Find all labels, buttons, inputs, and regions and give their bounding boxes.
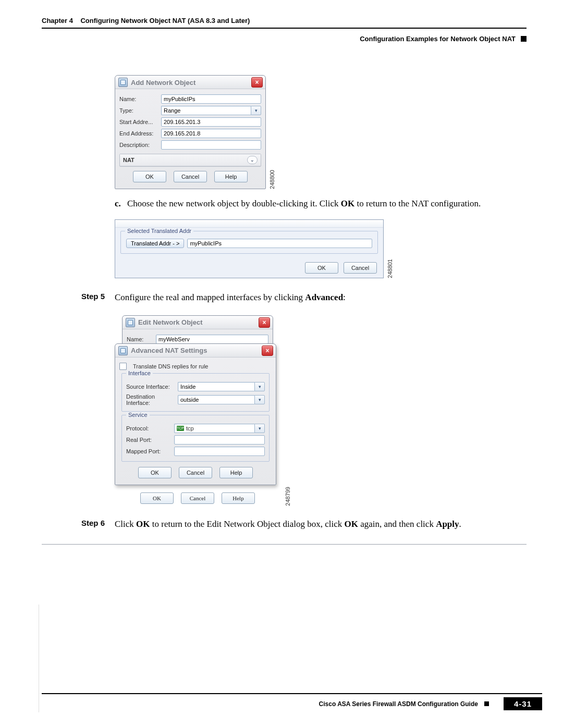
- step6-label: Step 6: [81, 519, 115, 527]
- description-field[interactable]: [161, 140, 261, 150]
- start-address-label: Start Addre...: [119, 119, 158, 125]
- section-marker-icon: [521, 36, 527, 42]
- chevron-down-icon[interactable]: ▾: [254, 395, 265, 404]
- close-icon[interactable]: ×: [262, 346, 273, 356]
- name-field[interactable]: [156, 335, 268, 344]
- section-title: Configuration Examples for Network Objec…: [360, 35, 516, 43]
- destination-interface-value[interactable]: [178, 395, 254, 404]
- cancel-button[interactable]: Cancel: [181, 492, 214, 504]
- destination-interface-label: Destination Interface:: [126, 393, 175, 406]
- chevron-down-icon[interactable]: ▾: [251, 106, 261, 115]
- help-button[interactable]: Help: [219, 467, 253, 478]
- window-icon: [118, 346, 128, 355]
- protocol-label: Protocol:: [126, 425, 171, 431]
- figure-id: 248801: [387, 257, 393, 278]
- translated-addr-field[interactable]: [187, 239, 372, 248]
- source-interface-label: Source Interface:: [126, 384, 175, 390]
- real-port-field[interactable]: [174, 435, 265, 445]
- name-label: Name:: [119, 96, 158, 102]
- fieldset-legend: Selected Translated Addr: [125, 228, 193, 234]
- protocol-value[interactable]: TCPtcp: [174, 424, 254, 433]
- page-number: 4-31: [504, 697, 542, 710]
- nat-group-label: NAT: [123, 157, 134, 163]
- help-button[interactable]: Help: [222, 492, 255, 504]
- dialog-title: Edit Network Object: [138, 318, 203, 326]
- chevron-down-icon[interactable]: ▾: [254, 424, 265, 433]
- translate-dns-label: Translate DNS replies for rule: [133, 363, 208, 369]
- protocol-select[interactable]: TCPtcp ▾: [174, 424, 265, 433]
- translated-addr-button[interactable]: Translated Addr - >: [126, 239, 184, 248]
- chapter-label: Chapter 4: [42, 17, 73, 24]
- mapped-port-label: Mapped Port:: [126, 448, 171, 454]
- advanced-nat-settings-dialog: Advanced NAT Settings × Translate DNS re…: [115, 343, 276, 485]
- ok-button[interactable]: OK: [133, 171, 166, 182]
- step5-label: Step 5: [81, 292, 115, 301]
- destination-interface-select[interactable]: ▾: [178, 395, 265, 404]
- figure-id: 248800: [269, 168, 275, 189]
- figure-id: 248799: [285, 485, 291, 506]
- dialog-title: Add Network Object: [131, 79, 195, 87]
- close-icon[interactable]: ×: [251, 77, 263, 88]
- start-address-field[interactable]: [161, 117, 261, 127]
- name-label: Name:: [127, 336, 153, 342]
- sublist-c-text: Choose the new network object by double-…: [127, 199, 481, 209]
- end-address-field[interactable]: [161, 129, 261, 138]
- nat-group: NAT ⌄: [119, 154, 261, 167]
- type-label: Type:: [119, 107, 158, 114]
- end-address-label: End Address:: [119, 130, 158, 137]
- cancel-button[interactable]: Cancel: [179, 467, 212, 478]
- help-button[interactable]: Help: [214, 171, 248, 182]
- ok-button[interactable]: OK: [138, 467, 172, 478]
- dialog-title: Advanced NAT Settings: [131, 347, 207, 354]
- window-icon: [118, 78, 128, 87]
- type-select-value[interactable]: [161, 106, 251, 115]
- footer-marker-icon: [484, 701, 489, 706]
- ok-button[interactable]: OK: [305, 262, 338, 274]
- footer-book-title: Cisco ASA Series Firewall ASDM Configura…: [319, 700, 478, 708]
- name-field[interactable]: [161, 94, 261, 104]
- real-port-label: Real Port:: [126, 437, 171, 443]
- service-legend: Service: [126, 412, 150, 418]
- cancel-button[interactable]: Cancel: [174, 171, 207, 182]
- interface-legend: Interface: [126, 370, 153, 376]
- mapped-port-field[interactable]: [174, 447, 265, 456]
- source-interface-select[interactable]: ▾: [178, 382, 265, 391]
- edit-network-object-dialog: Edit Network Object × Name:: [122, 315, 273, 348]
- window-icon: [126, 318, 135, 327]
- description-label: Description:: [119, 142, 158, 148]
- ok-button[interactable]: OK: [140, 492, 174, 504]
- close-icon[interactable]: ×: [259, 317, 270, 328]
- add-network-object-dialog: Add Network Object × Name: Type: ▾: [115, 75, 266, 189]
- chevron-down-icon[interactable]: ▾: [254, 382, 265, 391]
- step6-text: Click OK to return to the Edit Network O…: [115, 519, 527, 530]
- translated-addr-dialog: Selected Translated Addr Translated Addr…: [115, 219, 384, 278]
- chapter-title: Configuring Network Object NAT (ASA 8.3 …: [80, 17, 250, 24]
- cancel-button[interactable]: Cancel: [344, 262, 377, 274]
- type-select[interactable]: ▾: [161, 106, 261, 115]
- translate-dns-checkbox[interactable]: [119, 363, 127, 370]
- expand-icon[interactable]: ⌄: [247, 156, 258, 164]
- tcp-icon: TCP: [177, 426, 184, 431]
- step5-text: Configure the real and mapped interfaces…: [115, 292, 527, 304]
- source-interface-value[interactable]: [178, 382, 254, 391]
- sublist-c-label: c.: [115, 199, 127, 209]
